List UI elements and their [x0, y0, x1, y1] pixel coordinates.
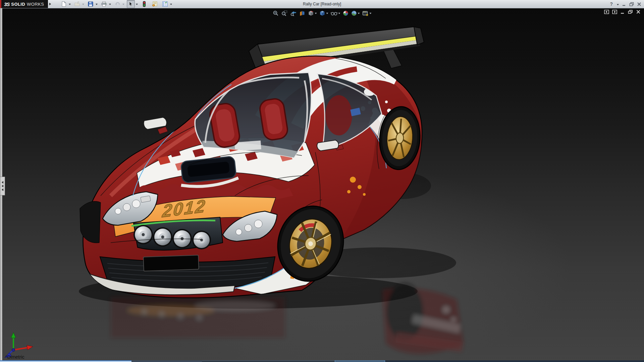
new-document-button[interactable] [60, 0, 68, 8]
save-button[interactable] [87, 0, 95, 8]
front-grille[interactable] [131, 217, 223, 250]
save-icon [88, 1, 94, 7]
display-style-dropdown-icon[interactable] [326, 13, 328, 14]
open-dropdown-arrow-icon[interactable] [82, 4, 84, 5]
undo-dropdown-arrow-icon[interactable] [122, 4, 124, 5]
taskbar-button-sliver[interactable] [131, 360, 202, 362]
close-button[interactable] [637, 2, 641, 6]
collapse-right-pane-button[interactable] [612, 10, 617, 14]
select-cursor-icon [128, 1, 133, 7]
previous-view-button[interactable] [289, 9, 298, 17]
title-bar: 3S SOLIDWORKS [0, 0, 644, 8]
standard-toolbar [60, 0, 174, 8]
display-style-button[interactable] [319, 9, 329, 17]
left-mirror[interactable] [144, 117, 168, 134]
zoom-to-area-icon [281, 10, 288, 16]
logo-text-solid: SOLID [11, 2, 25, 7]
graphics-area[interactable]: 2012 [0, 8, 644, 360]
car-model-render[interactable]: 2012 [0, 8, 644, 360]
open-icon [74, 1, 80, 7]
rebuild-button[interactable] [140, 0, 148, 8]
select-dropdown-arrow-icon[interactable] [136, 4, 138, 5]
section-view-icon [299, 10, 306, 16]
file-properties-icon [152, 1, 158, 7]
minimize-button[interactable] [622, 2, 626, 6]
hide-show-items-icon [331, 10, 338, 16]
view-orientation-button[interactable] [307, 9, 318, 17]
expand-arrow-icon [2, 188, 3, 191]
document-window-controls [604, 10, 641, 14]
featuremanager-expand-tab[interactable] [0, 177, 5, 195]
hide-show-items-button[interactable] [330, 9, 341, 17]
view-orientation-label: *Dimetric [5, 354, 24, 360]
restore-icon [629, 2, 634, 6]
doc-minimize-icon [620, 10, 625, 14]
expand-arrow-icon [2, 181, 3, 184]
collapse-left-pane-button[interactable] [604, 10, 609, 14]
logo-text-works: WORKS [27, 2, 44, 7]
print-icon [101, 1, 107, 7]
rebuild-traffic-light-icon [142, 1, 147, 7]
expand-arrow-icon [2, 185, 3, 187]
doc-restore-button[interactable] [628, 10, 633, 14]
doc-minimize-button[interactable] [620, 10, 625, 14]
view-settings-icon [362, 10, 369, 16]
section-view-button[interactable] [299, 9, 306, 17]
minimize-icon [622, 2, 626, 6]
options-icon [162, 1, 168, 7]
taskbar-button-sliver[interactable] [335, 360, 385, 362]
view-orientation-dropdown-icon[interactable] [315, 13, 317, 14]
view-settings-dropdown-icon[interactable] [370, 13, 372, 14]
display-style-icon [319, 10, 326, 16]
restore-button[interactable] [629, 2, 634, 6]
undo-button[interactable] [113, 0, 121, 8]
apply-scene-icon [351, 10, 357, 16]
zoom-to-fit-icon [273, 10, 279, 16]
open-button[interactable] [73, 0, 81, 8]
help-dropdown-arrow-icon[interactable] [617, 4, 619, 5]
license-plate [143, 255, 199, 271]
pane-right-icon [612, 10, 617, 14]
hide-show-items-dropdown-icon[interactable] [338, 13, 340, 14]
select-tool-button[interactable] [127, 0, 135, 8]
doc-close-icon [636, 10, 641, 14]
menu-flyout-arrow-icon[interactable] [49, 3, 51, 5]
3ds-logo-mark: 3S [4, 1, 9, 7]
apply-scene-button[interactable] [351, 9, 361, 17]
edit-appearance-button[interactable] [342, 9, 350, 17]
previous-view-icon [290, 10, 297, 16]
new-document-icon [61, 1, 67, 7]
help-button[interactable]: ? [610, 1, 613, 7]
taskbar-edge [0, 360, 644, 362]
file-properties-button[interactable] [151, 0, 159, 8]
print-button[interactable] [100, 0, 108, 8]
app-window-controls: ? [610, 0, 641, 8]
new-dropdown-arrow-icon[interactable] [69, 4, 71, 5]
pane-left-icon [604, 10, 609, 14]
taskbar-button-sliver[interactable] [202, 360, 335, 362]
solidworks-logo: 3S SOLIDWORKS [0, 0, 48, 8]
zoom-to-area-button[interactable] [281, 9, 288, 17]
close-icon [637, 2, 641, 6]
heads-up-view-toolbar [272, 9, 372, 17]
view-orientation-icon [308, 10, 314, 16]
doc-close-button[interactable] [636, 10, 641, 14]
undo-icon [114, 1, 120, 7]
edit-appearance-icon [343, 10, 349, 16]
apply-scene-dropdown-icon[interactable] [358, 13, 360, 14]
options-dropdown-arrow-icon[interactable] [170, 4, 172, 5]
taskbar-button-sliver[interactable] [0, 360, 131, 362]
windshield[interactable] [195, 72, 311, 158]
view-settings-button[interactable] [362, 9, 372, 17]
print-dropdown-arrow-icon[interactable] [109, 4, 111, 5]
save-dropdown-arrow-icon[interactable] [96, 4, 98, 5]
doc-restore-icon [628, 10, 633, 14]
zoom-to-fit-button[interactable] [272, 9, 280, 17]
options-button[interactable] [161, 0, 169, 8]
